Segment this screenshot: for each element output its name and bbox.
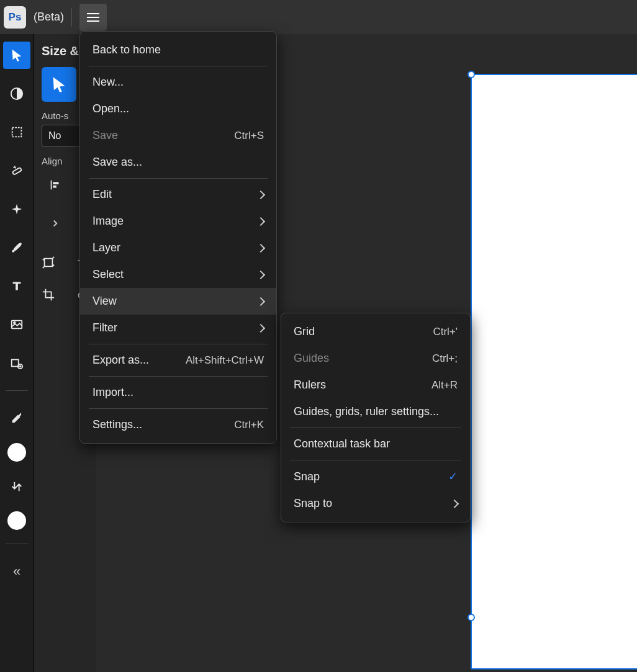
submenu-snap-to[interactable]: Snap to	[281, 490, 470, 517]
menu-view[interactable]: View	[80, 288, 276, 315]
submenu-contextual-taskbar[interactable]: Contextual task bar	[281, 431, 470, 457]
checkmark-icon: ✓	[448, 470, 458, 483]
menu-import[interactable]: Import...	[80, 379, 276, 406]
chevron-right-icon	[256, 270, 265, 279]
background-color-swatch[interactable]	[7, 511, 26, 530]
chevron-right-icon	[256, 217, 265, 225]
hamburger-menu-button[interactable]	[79, 4, 107, 31]
svg-rect-1	[12, 128, 22, 137]
chevron-right-icon	[256, 323, 265, 332]
selection-handle-left[interactable]	[468, 614, 475, 621]
menu-settings[interactable]: Settings... Ctrl+K	[80, 411, 276, 438]
svg-point-4	[14, 322, 16, 324]
swap-colors-tool[interactable]	[3, 473, 30, 500]
artboard-tool[interactable]	[3, 349, 30, 377]
menu-back-to-home[interactable]: Back to home	[80, 37, 276, 63]
hamburger-icon	[87, 13, 99, 22]
svg-rect-9	[53, 186, 56, 188]
menu-select[interactable]: Select	[80, 261, 276, 288]
main-menu: Back to home New... Open... Save Ctrl+S …	[79, 31, 277, 444]
svg-rect-2	[12, 168, 22, 175]
menu-separator	[290, 428, 461, 428]
top-bar: Ps (Beta)	[0, 0, 637, 34]
chevron-right-icon	[256, 297, 265, 305]
svg-rect-8	[53, 182, 58, 184]
menu-separator	[89, 408, 268, 409]
auto-select-value: No	[48, 130, 61, 141]
submenu-guides-settings[interactable]: Guides, grids, ruler settings...	[281, 398, 470, 425]
image-tool[interactable]	[3, 311, 30, 338]
selection-tool[interactable]	[3, 119, 30, 146]
collapse-toolbar-button[interactable]: «	[3, 558, 30, 585]
submenu-snap[interactable]: Snap ✓	[281, 463, 470, 490]
chevrons-left-icon: «	[13, 563, 20, 580]
active-tool-indicator[interactable]	[42, 67, 76, 102]
logo-text: Ps	[9, 11, 22, 24]
menu-filter[interactable]: Filter	[80, 315, 276, 341]
menu-edit[interactable]: Edit	[80, 181, 276, 208]
menu-export-as[interactable]: Export as... Alt+Shift+Ctrl+W	[80, 347, 276, 374]
heal-tool[interactable]	[3, 157, 30, 184]
tool-sidebar: «	[0, 34, 34, 672]
app-logo[interactable]: Ps	[4, 6, 26, 29]
eyedropper-tool[interactable]	[3, 405, 30, 432]
beta-label: (Beta)	[34, 11, 64, 24]
svg-rect-5	[12, 360, 19, 367]
adjust-tool[interactable]	[3, 80, 30, 107]
foreground-color-swatch[interactable]	[7, 443, 26, 462]
submenu-guides[interactable]: Guides Ctrl+;	[281, 345, 470, 372]
view-submenu: Grid Ctrl+' Guides Ctrl+; Rulers Alt+R G…	[281, 313, 471, 522]
submenu-grid[interactable]: Grid Ctrl+'	[281, 318, 470, 345]
tool-divider	[6, 544, 28, 544]
menu-separator	[89, 178, 268, 179]
menu-separator	[89, 344, 268, 344]
chevron-right-icon	[450, 499, 459, 508]
menu-layer[interactable]: Layer	[80, 235, 276, 261]
divider	[71, 8, 72, 27]
sparkle-tool[interactable]	[3, 195, 30, 223]
canvas[interactable]	[471, 74, 637, 670]
move-tool[interactable]	[3, 42, 30, 69]
brush-tool[interactable]	[3, 234, 30, 261]
text-tool[interactable]	[3, 272, 30, 300]
menu-image[interactable]: Image	[80, 208, 276, 235]
chevron-right-icon	[256, 190, 265, 199]
expand-panel-button[interactable]	[42, 210, 69, 237]
align-left-button[interactable]	[42, 171, 69, 199]
menu-save-as[interactable]: Save as...	[80, 149, 276, 176]
menu-open[interactable]: Open...	[80, 96, 276, 122]
submenu-rulers[interactable]: Rulers Alt+R	[281, 372, 470, 398]
menu-save[interactable]: Save Ctrl+S	[80, 122, 276, 149]
menu-new[interactable]: New...	[80, 69, 276, 96]
menu-separator	[89, 66, 268, 66]
menu-separator	[89, 376, 268, 377]
svg-rect-7	[51, 181, 52, 190]
tool-divider	[6, 390, 28, 391]
selection-handle-top-left[interactable]	[468, 71, 475, 78]
menu-separator	[290, 460, 461, 460]
chevron-right-icon	[256, 243, 265, 252]
